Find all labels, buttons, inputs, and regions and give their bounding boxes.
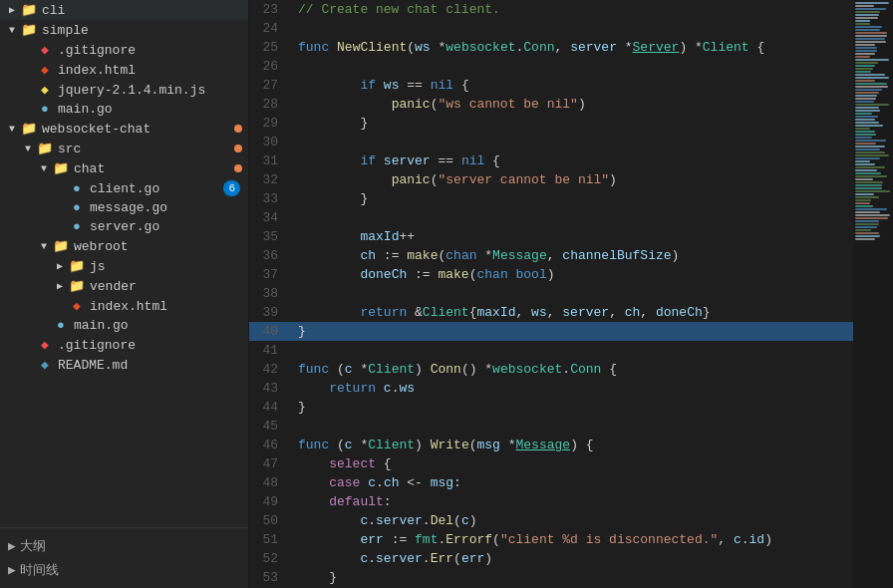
minimap-content xyxy=(853,0,893,588)
line-number: 41 xyxy=(249,341,294,360)
token xyxy=(298,551,360,566)
sidebar-item-cli[interactable]: ▶📁cli xyxy=(0,0,248,20)
token: msg xyxy=(431,475,453,490)
line-number: 29 xyxy=(249,114,294,133)
minimap-line xyxy=(855,116,878,118)
file-icon: ◆ xyxy=(36,62,54,78)
line-code: err := fmt.Errorf("client %d is disconne… xyxy=(294,530,853,549)
bottom-item-outline[interactable]: ▶大纲 xyxy=(8,534,240,558)
item-label: .gitignore xyxy=(58,338,136,353)
minimap-line xyxy=(855,113,872,115)
bottom-arrow-icon: ▶ xyxy=(8,538,16,554)
item-label: index.html xyxy=(58,63,136,78)
token: return xyxy=(329,381,376,396)
spacer xyxy=(52,202,68,213)
minimap-line xyxy=(855,50,877,52)
token xyxy=(298,532,360,547)
sidebar-item-src[interactable]: ▼📁src xyxy=(0,139,248,158)
token: ) { xyxy=(570,438,593,452)
minimap-line xyxy=(855,238,875,240)
minimap-line xyxy=(855,62,878,64)
line-number: 25 xyxy=(249,38,294,57)
code-line-28: 28 panic("ws cannot be nil") xyxy=(249,95,853,114)
sidebar-item-index-simple[interactable]: ◆index.html xyxy=(0,60,248,80)
token: ch xyxy=(625,305,641,320)
token: Server xyxy=(633,40,680,55)
sidebar-item-readme[interactable]: ◆README.md xyxy=(0,355,248,375)
token: id xyxy=(749,532,765,547)
minimap-line xyxy=(855,199,871,201)
item-label: vender xyxy=(90,279,137,294)
token xyxy=(298,381,329,396)
line-code: panic("ws cannot be nil") xyxy=(294,95,853,114)
sidebar-item-client-go[interactable]: ●client.go6 xyxy=(0,178,248,198)
token: c xyxy=(345,438,353,452)
token: // Create new chat client. xyxy=(298,2,500,17)
item-label: src xyxy=(58,142,81,156)
token: NewClient xyxy=(337,40,407,55)
sidebar-item-websocket-chat[interactable]: ▼📁websocket-chat xyxy=(0,119,248,139)
token: , xyxy=(547,305,563,320)
spacer xyxy=(20,360,36,371)
sidebar-item-main-simple[interactable]: ●main.go xyxy=(0,100,248,119)
token xyxy=(298,305,360,320)
sidebar-item-chat[interactable]: ▼📁chat xyxy=(0,158,248,178)
sidebar-item-vender[interactable]: ▶📁vender xyxy=(0,276,248,296)
minimap-line xyxy=(855,77,889,79)
token: Client xyxy=(703,40,749,55)
spacer xyxy=(20,45,36,56)
token: * xyxy=(431,40,446,55)
sidebar-item-js[interactable]: ▶📁js xyxy=(0,256,248,276)
minimap-line xyxy=(855,71,871,73)
code-line-33: 33 } xyxy=(249,189,853,208)
line-code: return c.ws xyxy=(294,379,853,398)
sidebar-item-jquery[interactable]: ◆jquery-2.1.4.min.js xyxy=(0,80,248,100)
minimap-line xyxy=(855,17,878,19)
token: & xyxy=(407,305,423,320)
token: ch xyxy=(360,248,376,263)
minimap-line xyxy=(855,101,874,103)
sidebar-item-index-webroot[interactable]: ◆index.html xyxy=(0,296,248,316)
line-number: 53 xyxy=(249,568,294,587)
file-icon: ● xyxy=(68,219,86,234)
sidebar-item-simple[interactable]: ▼📁simple xyxy=(0,20,248,40)
line-number: 48 xyxy=(249,473,294,492)
bottom-item-timeline[interactable]: ▶时间线 xyxy=(8,558,240,582)
bottom-item-label: 大纲 xyxy=(20,537,46,555)
sidebar-item-gitignore-simple[interactable]: ◆.gitignore xyxy=(0,40,248,60)
folder-icon: 📁 xyxy=(36,141,54,156)
line-code: } xyxy=(294,568,853,587)
sidebar-item-message-go[interactable]: ●message.go xyxy=(0,198,248,217)
token: * xyxy=(353,438,369,452)
token: , xyxy=(718,532,734,547)
token: c xyxy=(461,513,469,528)
sidebar-item-webroot[interactable]: ▼📁webroot xyxy=(0,236,248,256)
minimap-line xyxy=(855,131,875,133)
bottom-arrow-icon: ▶ xyxy=(8,562,16,578)
sidebar-bottom: ▶大纲▶时间线 xyxy=(0,527,248,588)
line-code: return &Client{maxId, ws, server, ch, do… xyxy=(294,303,853,322)
token: panic xyxy=(392,97,431,112)
line-number: 46 xyxy=(249,436,294,454)
sidebar-item-server-go[interactable]: ●server.go xyxy=(0,217,248,236)
token: } xyxy=(703,305,711,320)
token: ( xyxy=(453,551,461,566)
token xyxy=(298,78,360,93)
token: "ws cannot be nil" xyxy=(438,97,577,112)
dot-indicator xyxy=(234,125,242,133)
sidebar-item-main-websocket[interactable]: ●main.go xyxy=(0,316,248,335)
minimap-line xyxy=(855,187,882,189)
token: websocket xyxy=(446,40,515,55)
token: err xyxy=(360,532,383,547)
token: Client xyxy=(368,362,415,377)
line-code: // Create new chat client. xyxy=(294,0,853,19)
minimap-line xyxy=(855,154,889,156)
token: server xyxy=(376,551,423,566)
sidebar-item-gitignore-ws[interactable]: ◆.gitignore xyxy=(0,335,248,355)
token: channelBufSize xyxy=(562,248,671,263)
minimap-line xyxy=(855,122,879,124)
minimap-line xyxy=(855,181,883,183)
line-code: func NewClient(ws *websocket.Conn, serve… xyxy=(294,38,853,57)
token: c xyxy=(345,362,353,377)
line-code: if ws == nil { xyxy=(294,76,853,95)
